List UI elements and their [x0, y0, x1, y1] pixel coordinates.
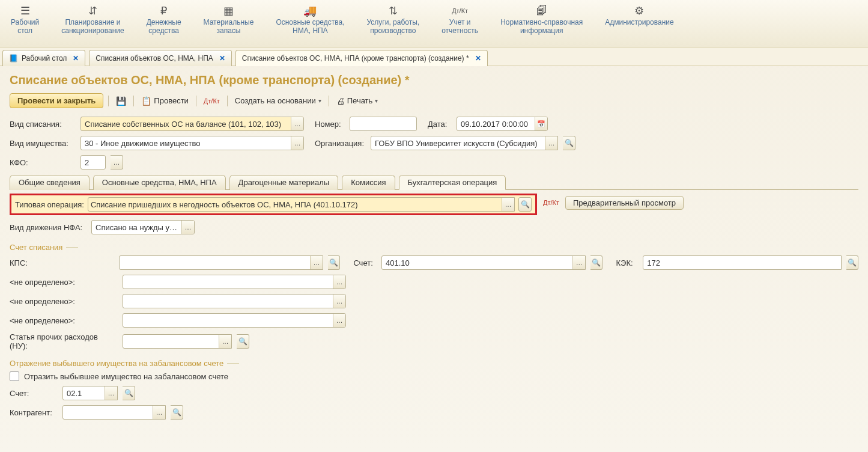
dtkt-button[interactable]: Дт/Кт — [201, 96, 222, 106]
tab-label: Рабочий стол — [22, 54, 67, 63]
nfa-movement-input[interactable]: Списано на нужды учреж … — [91, 220, 195, 234]
nav-materials[interactable]: ▦ Материальныезапасы — [193, 0, 266, 47]
other-expense-input[interactable]: … — [123, 334, 232, 349]
ruble-icon: ₽ — [160, 4, 167, 18]
tab-assets[interactable]: Основные средства, НМА, НПА — [93, 175, 226, 190]
ellipsis-button[interactable]: … — [153, 406, 165, 419]
nav-label: Учет иотчетность — [442, 18, 478, 35]
dtkt-icon: Дт/Кт — [543, 199, 559, 206]
typical-operation-input[interactable]: Списание пришедших в негодность объектов… — [88, 197, 515, 212]
writeoff-type-label: Вид списания: — [10, 120, 76, 129]
nav-admin[interactable]: ⚙ Администрирование — [594, 0, 685, 47]
undefined-input-2[interactable]: … — [123, 294, 346, 308]
account-search-button[interactable]: 🔍 — [590, 255, 602, 270]
account-input[interactable]: 401.10 … — [381, 255, 586, 270]
document-tabs: 📘 Рабочий стол ✕ Списания объектов ОС, Н… — [0, 47, 868, 66]
ellipsis-button[interactable]: … — [181, 221, 194, 234]
tab-writeoff-create[interactable]: Списание объектов ОС, НМА, НПА (кроме тр… — [235, 50, 488, 66]
date-label: Дата: — [428, 120, 452, 129]
offbalance-check-label: Отразить выбывшее имущество на забалансо… — [24, 372, 228, 381]
org-input[interactable]: ГОБУ ВПО Университет искусств (Субсидия)… — [371, 136, 558, 150]
org-search-button[interactable]: 🔍 — [563, 136, 575, 150]
nav-reference[interactable]: 🗐 Нормативно-справочнаяинформация — [490, 0, 594, 47]
nav-accounting[interactable]: Дт/Кт Учет иотчетность — [431, 0, 490, 47]
ellipsis-button[interactable]: … — [333, 314, 345, 327]
nav-assets[interactable]: 🚚 Основные средства,НМА, НПА — [265, 0, 356, 47]
ellipsis-button[interactable]: … — [291, 136, 303, 150]
ellipsis-button[interactable]: … — [502, 198, 514, 211]
save-button[interactable]: 💾 — [114, 95, 129, 107]
tab-writeoffs-list[interactable]: Списания объектов ОС, НМА, НПА ✕ — [89, 50, 231, 66]
counterparty-label: Контрагент: — [10, 408, 58, 417]
tab-general[interactable]: Общие сведения — [10, 175, 90, 190]
tab-precious[interactable]: Драгоценные материалы — [229, 175, 339, 190]
date-input[interactable]: 09.10.2017 0:00:00 📅 — [457, 117, 548, 131]
page-body: Списание объектов ОС, НМА, НПА (кроме тр… — [0, 66, 868, 432]
nav-money[interactable]: ₽ Денежныесредства — [136, 0, 193, 47]
gear-icon: ⚙ — [634, 4, 644, 18]
post-icon: 📋 — [141, 96, 151, 106]
number-label: Номер: — [315, 120, 345, 129]
nav-label: Услуги, работы,производство — [366, 18, 419, 35]
dtkt-icon: Дт/Кт — [452, 4, 468, 18]
other-expense-label: Статья прочих расходов (НУ): — [10, 332, 118, 350]
menu-icon: ☰ — [20, 4, 30, 18]
printer-icon: 🖨 — [336, 96, 345, 106]
offbalance-checkbox[interactable] — [10, 371, 19, 381]
typical-operation-search-button[interactable]: 🔍 — [518, 197, 532, 212]
ellipsis-button[interactable]: … — [219, 335, 231, 348]
undefined-label-1: <не определено>: — [10, 278, 118, 287]
org-label: Организация: — [315, 139, 366, 148]
number-input[interactable] — [350, 117, 417, 131]
writeoff-type-input[interactable]: Списание собственных ОС на балансе (101,… — [80, 117, 304, 131]
nav-desktop[interactable]: ☰ Рабочийстол — [0, 0, 50, 47]
print-button[interactable]: 🖨Печать — [334, 95, 381, 107]
kek-search-button[interactable]: 🔍 — [846, 255, 858, 270]
account2-input[interactable]: 02.1 … — [62, 386, 118, 400]
undefined-input-3[interactable]: … — [123, 313, 346, 328]
truck-icon: 🚚 — [303, 4, 317, 18]
kps-search-button[interactable]: 🔍 — [328, 255, 340, 270]
top-navigation: ☰ Рабочийстол ⇵ Планирование исанкционир… — [0, 0, 868, 47]
preview-button[interactable]: Предварительный просмотр — [565, 196, 684, 210]
kfo-input[interactable]: 2 — [80, 155, 106, 170]
ellipsis-button[interactable]: … — [310, 256, 323, 269]
kps-label: КПС: — [10, 258, 114, 267]
kek-input[interactable]: 172 — [643, 255, 841, 270]
close-icon[interactable]: ✕ — [475, 54, 481, 63]
tab-accounting-op[interactable]: Бухгалтерская операция — [399, 175, 506, 190]
account2-search-button[interactable]: 🔍 — [123, 386, 135, 400]
post-and-close-button[interactable]: Провести и закрыть — [10, 93, 103, 108]
nav-services[interactable]: ⇅ Услуги, работы,производство — [356, 0, 431, 47]
page-title: Списание объектов ОС, НМА, НПА (кроме тр… — [10, 73, 858, 87]
close-icon[interactable]: ✕ — [73, 54, 79, 63]
counterparty-search-button[interactable]: 🔍 — [171, 405, 183, 420]
create-based-on-button[interactable]: Создать на основании — [232, 95, 324, 106]
ellipsis-button[interactable]: … — [545, 136, 557, 150]
document-toolbar: Провести и закрыть 💾 📋Провести Дт/Кт Соз… — [10, 93, 858, 108]
tab-commission[interactable]: Комиссия — [342, 175, 395, 190]
undefined-label-3: <не определено>: — [10, 316, 118, 325]
close-icon[interactable]: ✕ — [219, 54, 225, 63]
property-type-input[interactable]: 30 - Иное движимое имущество … — [80, 136, 304, 150]
nav-label: Основные средства,НМА, НПА — [276, 18, 344, 35]
sliders-icon: ⇅ — [389, 4, 398, 18]
docs-icon: 🗐 — [536, 4, 547, 18]
kps-input[interactable]: … — [119, 255, 323, 270]
counterparty-input[interactable]: … — [62, 405, 166, 420]
other-expense-search-button[interactable]: 🔍 — [237, 334, 249, 349]
kfo-ellipsis-button[interactable]: … — [111, 155, 123, 170]
nav-planning[interactable]: ⇵ Планирование исанкционирование — [50, 0, 135, 47]
ellipsis-button[interactable]: … — [572, 256, 585, 269]
ellipsis-button[interactable]: … — [105, 386, 117, 400]
calendar-button[interactable]: 📅 — [535, 117, 547, 130]
ellipsis-button[interactable]: … — [333, 275, 345, 289]
ellipsis-button[interactable]: … — [333, 295, 345, 308]
group-offbalance: Отражение выбывшего имущества на забалан… — [10, 359, 858, 368]
undefined-input-1[interactable]: … — [123, 275, 346, 289]
desktop-icon: 📘 — [9, 54, 18, 63]
nav-label: Денежныесредства — [147, 18, 181, 35]
post-button[interactable]: 📋Провести — [139, 95, 191, 107]
tab-desktop[interactable]: 📘 Рабочий стол ✕ — [2, 50, 85, 66]
ellipsis-button[interactable]: … — [291, 117, 303, 130]
